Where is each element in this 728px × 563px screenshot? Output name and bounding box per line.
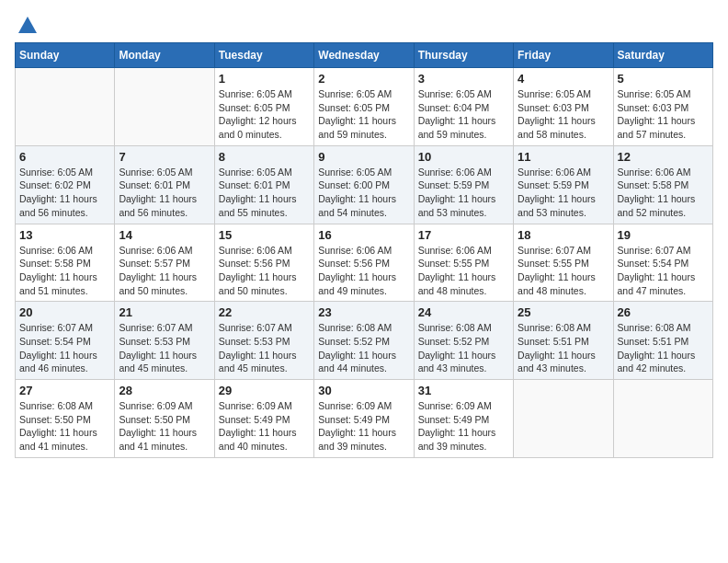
day-number: 25 <box>518 305 609 319</box>
day-info: Sunrise: 6:06 AMSunset: 5:56 PMDaylight:… <box>318 244 409 298</box>
day-info: Sunrise: 6:06 AMSunset: 5:58 PMDaylight:… <box>618 166 709 220</box>
day-info: Sunrise: 6:05 AMSunset: 6:03 PMDaylight:… <box>518 87 609 142</box>
day-info: Sunrise: 6:08 AMSunset: 5:52 PMDaylight:… <box>318 321 409 375</box>
weekday-header-monday: Monday <box>115 43 214 68</box>
calendar-cell: 11Sunrise: 6:06 AMSunset: 5:59 PMDayligh… <box>514 145 613 224</box>
day-info: Sunrise: 6:08 AMSunset: 5:51 PMDaylight:… <box>618 321 709 375</box>
calendar-cell <box>16 68 115 146</box>
day-info: Sunrise: 6:05 AMSunset: 6:02 PMDaylight:… <box>19 166 110 220</box>
weekday-header-thursday: Thursday <box>414 43 513 68</box>
day-info: Sunrise: 6:08 AMSunset: 5:52 PMDaylight:… <box>418 321 509 375</box>
day-number: 21 <box>119 305 210 319</box>
day-info: Sunrise: 6:05 AMSunset: 6:05 PMDaylight:… <box>318 87 409 142</box>
day-info: Sunrise: 6:05 AMSunset: 6:05 PMDaylight:… <box>219 87 310 142</box>
calendar-cell: 2Sunrise: 6:05 AMSunset: 6:05 PMDaylight… <box>314 68 414 146</box>
day-number: 31 <box>418 384 509 397</box>
calendar-cell: 21Sunrise: 6:07 AMSunset: 5:53 PMDayligh… <box>115 302 214 380</box>
day-info: Sunrise: 6:07 AMSunset: 5:54 PMDaylight:… <box>19 321 110 375</box>
day-number: 10 <box>418 150 509 164</box>
day-info: Sunrise: 6:06 AMSunset: 5:59 PMDaylight:… <box>418 166 509 220</box>
day-info: Sunrise: 6:07 AMSunset: 5:53 PMDaylight:… <box>119 321 210 375</box>
calendar-cell: 3Sunrise: 6:05 AMSunset: 6:04 PMDaylight… <box>414 68 513 146</box>
calendar-table: SundayMondayTuesdayWednesdayThursdayFrid… <box>15 42 713 458</box>
weekday-header-friday: Friday <box>514 43 613 68</box>
logo <box>15 15 39 33</box>
calendar-cell: 6Sunrise: 6:05 AMSunset: 6:02 PMDaylight… <box>16 145 115 224</box>
day-info: Sunrise: 6:08 AMSunset: 5:51 PMDaylight:… <box>518 321 609 375</box>
day-info: Sunrise: 6:08 AMSunset: 5:50 PMDaylight:… <box>19 399 110 454</box>
day-info: Sunrise: 6:07 AMSunset: 5:53 PMDaylight:… <box>219 321 310 375</box>
calendar-cell: 23Sunrise: 6:08 AMSunset: 5:52 PMDayligh… <box>314 302 414 380</box>
calendar-cell <box>613 380 712 458</box>
calendar-week-row: 13Sunrise: 6:06 AMSunset: 5:58 PMDayligh… <box>16 224 713 302</box>
calendar-week-row: 6Sunrise: 6:05 AMSunset: 6:02 PMDaylight… <box>16 145 713 224</box>
calendar-cell: 4Sunrise: 6:05 AMSunset: 6:03 PMDaylight… <box>514 68 613 146</box>
day-number: 23 <box>318 305 409 319</box>
day-number: 28 <box>119 384 210 397</box>
day-number: 13 <box>19 228 110 242</box>
day-number: 16 <box>318 228 409 242</box>
day-number: 3 <box>418 72 509 86</box>
calendar-cell: 18Sunrise: 6:07 AMSunset: 5:55 PMDayligh… <box>514 224 613 302</box>
calendar-cell: 15Sunrise: 6:06 AMSunset: 5:56 PMDayligh… <box>214 224 313 302</box>
day-number: 29 <box>219 384 310 397</box>
calendar-cell: 31Sunrise: 6:09 AMSunset: 5:49 PMDayligh… <box>414 380 513 458</box>
day-info: Sunrise: 6:06 AMSunset: 5:55 PMDaylight:… <box>418 244 509 298</box>
weekday-header-saturday: Saturday <box>613 43 712 68</box>
calendar-cell: 24Sunrise: 6:08 AMSunset: 5:52 PMDayligh… <box>414 302 513 380</box>
calendar-cell: 28Sunrise: 6:09 AMSunset: 5:50 PMDayligh… <box>115 380 214 458</box>
day-number: 27 <box>19 384 110 397</box>
day-number: 19 <box>618 228 709 242</box>
calendar-week-row: 20Sunrise: 6:07 AMSunset: 5:54 PMDayligh… <box>16 302 713 380</box>
day-number: 1 <box>219 72 310 86</box>
calendar-cell: 10Sunrise: 6:06 AMSunset: 5:59 PMDayligh… <box>414 145 513 224</box>
day-number: 18 <box>518 228 609 242</box>
calendar-cell: 20Sunrise: 6:07 AMSunset: 5:54 PMDayligh… <box>16 302 115 380</box>
header <box>15 15 713 33</box>
day-info: Sunrise: 6:05 AMSunset: 6:04 PMDaylight:… <box>418 87 509 142</box>
day-number: 15 <box>219 228 310 242</box>
day-info: Sunrise: 6:05 AMSunset: 6:00 PMDaylight:… <box>318 166 409 220</box>
calendar-cell: 14Sunrise: 6:06 AMSunset: 5:57 PMDayligh… <box>115 224 214 302</box>
calendar-cell: 16Sunrise: 6:06 AMSunset: 5:56 PMDayligh… <box>314 224 414 302</box>
calendar-cell: 12Sunrise: 6:06 AMSunset: 5:58 PMDayligh… <box>613 145 712 224</box>
day-number: 30 <box>318 384 409 397</box>
day-info: Sunrise: 6:07 AMSunset: 5:54 PMDaylight:… <box>618 244 709 298</box>
day-info: Sunrise: 6:09 AMSunset: 5:50 PMDaylight:… <box>119 399 210 454</box>
day-info: Sunrise: 6:06 AMSunset: 5:56 PMDaylight:… <box>219 244 310 298</box>
day-info: Sunrise: 6:09 AMSunset: 5:49 PMDaylight:… <box>418 399 509 454</box>
day-info: Sunrise: 6:07 AMSunset: 5:55 PMDaylight:… <box>518 244 609 298</box>
day-number: 2 <box>318 72 409 86</box>
calendar-cell: 22Sunrise: 6:07 AMSunset: 5:53 PMDayligh… <box>214 302 313 380</box>
calendar-cell: 27Sunrise: 6:08 AMSunset: 5:50 PMDayligh… <box>16 380 115 458</box>
calendar-cell: 17Sunrise: 6:06 AMSunset: 5:55 PMDayligh… <box>414 224 513 302</box>
day-number: 14 <box>119 228 210 242</box>
calendar-cell: 7Sunrise: 6:05 AMSunset: 6:01 PMDaylight… <box>115 145 214 224</box>
calendar-cell: 8Sunrise: 6:05 AMSunset: 6:01 PMDaylight… <box>214 145 313 224</box>
weekday-header-row: SundayMondayTuesdayWednesdayThursdayFrid… <box>16 43 713 68</box>
calendar-cell: 9Sunrise: 6:05 AMSunset: 6:00 PMDaylight… <box>314 145 414 224</box>
day-number: 24 <box>418 305 509 319</box>
svg-marker-0 <box>18 17 37 33</box>
day-info: Sunrise: 6:05 AMSunset: 6:03 PMDaylight:… <box>618 87 709 142</box>
calendar-cell <box>115 68 214 146</box>
day-number: 7 <box>119 150 210 164</box>
weekday-header-sunday: Sunday <box>16 43 115 68</box>
logo-icon <box>17 15 39 37</box>
day-info: Sunrise: 6:09 AMSunset: 5:49 PMDaylight:… <box>219 399 310 454</box>
day-info: Sunrise: 6:06 AMSunset: 5:57 PMDaylight:… <box>119 244 210 298</box>
weekday-header-wednesday: Wednesday <box>314 43 414 68</box>
day-number: 5 <box>618 72 709 86</box>
day-info: Sunrise: 6:05 AMSunset: 6:01 PMDaylight:… <box>119 166 210 220</box>
calendar-cell: 19Sunrise: 6:07 AMSunset: 5:54 PMDayligh… <box>613 224 712 302</box>
day-info: Sunrise: 6:05 AMSunset: 6:01 PMDaylight:… <box>219 166 310 220</box>
day-number: 6 <box>19 150 110 164</box>
day-number: 4 <box>518 72 609 86</box>
calendar-cell: 30Sunrise: 6:09 AMSunset: 5:49 PMDayligh… <box>314 380 414 458</box>
day-number: 11 <box>518 150 609 164</box>
calendar-week-row: 1Sunrise: 6:05 AMSunset: 6:05 PMDaylight… <box>16 68 713 146</box>
calendar-cell: 5Sunrise: 6:05 AMSunset: 6:03 PMDaylight… <box>613 68 712 146</box>
day-number: 8 <box>219 150 310 164</box>
day-number: 26 <box>618 305 709 319</box>
day-number: 9 <box>318 150 409 164</box>
